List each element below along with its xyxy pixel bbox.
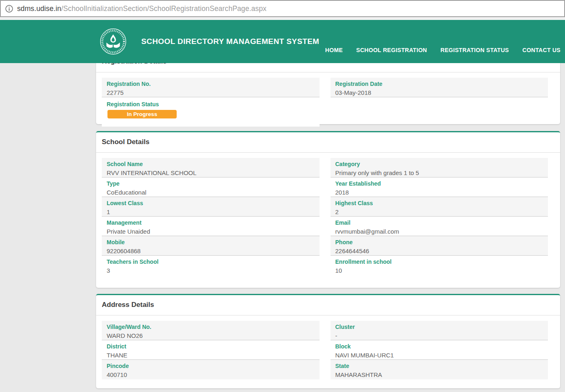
url-text: sdms.udise.in/SchoolInitializationSectio… bbox=[17, 4, 267, 13]
field-row: Type CoEducational Year Established 2018 bbox=[102, 177, 548, 197]
field-pincode: Pincode 400710 bbox=[102, 360, 320, 379]
field-email: Email rvvmumbai@gmail.com bbox=[331, 217, 548, 236]
field-cluster: Cluster - bbox=[331, 321, 548, 340]
field-row: Registration Status In Progress bbox=[102, 97, 548, 127]
field-value: Private Unaided bbox=[107, 228, 315, 235]
field-value: 2 bbox=[335, 208, 543, 215]
main-nav: HOME SCHOOL REGISTRATION REGISTRATION ST… bbox=[325, 47, 561, 53]
field-row: Pincode 400710 State MAHARASHTRA bbox=[102, 360, 548, 379]
field-registration-no: Registration No. 22775 bbox=[102, 78, 320, 97]
field-value: 2264644546 bbox=[335, 247, 543, 254]
field-label: Phone bbox=[335, 238, 543, 245]
registration-fields: Registration No. 22775 Registration Date… bbox=[96, 72, 560, 127]
app-header: SCHOOL DIRECTORY MANAGEMENT SYSTEM HOME … bbox=[0, 20, 565, 63]
field-label: Year Established bbox=[335, 180, 543, 187]
url-path: /SchoolInitializationSection/SchoolRegis… bbox=[61, 4, 266, 13]
field-enrollment-in-school: Enrollment in school 10 bbox=[331, 256, 548, 275]
field-row: School Name RVV INTERNATIONAL SCHOOL Cat… bbox=[102, 158, 548, 177]
field-value: - bbox=[335, 332, 543, 339]
field-school-name: School Name RVV INTERNATIONAL SCHOOL bbox=[102, 158, 320, 177]
niepa-seal-logo-icon bbox=[100, 28, 127, 57]
field-management: Management Private Unaided bbox=[102, 217, 320, 236]
field-label: Enrollment in school bbox=[335, 258, 543, 265]
field-type: Type CoEducational bbox=[102, 177, 320, 197]
address-fields: Village/Ward No. WARD NO26 Cluster - Dis… bbox=[96, 315, 560, 379]
field-value: 9220604868 bbox=[107, 247, 315, 254]
field-value: 3 bbox=[107, 267, 315, 274]
field-label: State bbox=[335, 362, 543, 369]
field-label: Type bbox=[107, 180, 315, 187]
field-value: 22775 bbox=[107, 89, 315, 96]
field-label: Email bbox=[335, 219, 543, 226]
field-value: 10 bbox=[335, 267, 543, 274]
nav-registration-status[interactable]: REGISTRATION STATUS bbox=[440, 47, 509, 53]
field-value: Primary only with grades 1 to 5 bbox=[335, 169, 543, 176]
field-district: District THANE bbox=[102, 340, 320, 360]
field-year-established: Year Established 2018 bbox=[331, 177, 548, 197]
field-registration-status: Registration Status In Progress bbox=[102, 97, 320, 127]
field-label: Management bbox=[107, 219, 315, 226]
field-value: 2018 bbox=[335, 189, 543, 196]
field-label: Registration Status bbox=[107, 100, 315, 107]
nav-contact-us[interactable]: CONTACT US bbox=[522, 47, 561, 53]
field-row: Teachers in School 3 Enrollment in schoo… bbox=[102, 256, 548, 275]
empty-cell bbox=[331, 97, 548, 117]
field-value: rvvmumbai@gmail.com bbox=[335, 228, 543, 235]
school-details-title: School Details bbox=[96, 132, 560, 153]
field-row: Management Private Unaided Email rvvmumb… bbox=[102, 217, 548, 236]
field-label: Village/Ward No. bbox=[107, 323, 315, 330]
nav-school-registration[interactable]: SCHOOL REGISTRATION bbox=[356, 47, 427, 53]
field-row: Mobile 9220604868 Phone 2264644546 bbox=[102, 236, 548, 256]
address-details-card: Address Details Village/Ward No. WARD NO… bbox=[96, 294, 560, 388]
field-state: State MAHARASHTRA bbox=[331, 360, 548, 379]
field-row: Lowest Class 1 Highest Class 2 bbox=[102, 197, 548, 217]
field-label: Category bbox=[335, 160, 543, 167]
field-registration-date: Registration Date 03-May-2018 bbox=[331, 78, 548, 97]
field-category: Category Primary only with grades 1 to 5 bbox=[331, 158, 548, 177]
field-value: 400710 bbox=[107, 371, 315, 378]
field-label: Highest Class bbox=[335, 199, 543, 206]
page-info-icon[interactable] bbox=[5, 5, 13, 13]
url-domain: sdms.udise.in bbox=[17, 4, 61, 13]
field-value: RVV INTERNATIONAL SCHOOL bbox=[107, 169, 315, 176]
field-value: NAVI MUMBAI-URC1 bbox=[335, 352, 543, 359]
field-row: District THANE Block NAVI MUMBAI-URC1 bbox=[102, 340, 548, 360]
field-highest-class: Highest Class 2 bbox=[331, 197, 548, 217]
field-label: Registration Date bbox=[335, 80, 543, 87]
field-lowest-class: Lowest Class 1 bbox=[102, 197, 320, 217]
field-value: 03-May-2018 bbox=[335, 89, 543, 96]
field-block: Block NAVI MUMBAI-URC1 bbox=[331, 340, 548, 360]
browser-address-bar[interactable]: sdms.udise.in/SchoolInitializationSectio… bbox=[0, 0, 565, 17]
field-mobile: Mobile 9220604868 bbox=[102, 236, 320, 256]
field-label: Lowest Class bbox=[107, 199, 315, 206]
nav-home[interactable]: HOME bbox=[325, 47, 343, 53]
field-value: MAHARASHTRA bbox=[335, 371, 543, 378]
field-label: Mobile bbox=[107, 238, 315, 245]
field-phone: Phone 2264644546 bbox=[331, 236, 548, 256]
field-label: Cluster bbox=[335, 323, 543, 330]
field-value: 1 bbox=[107, 208, 315, 215]
field-label: Block bbox=[335, 342, 543, 350]
app-title: SCHOOL DIRECTORY MANAGEMENT SYSTEM bbox=[141, 20, 319, 63]
field-label: District bbox=[107, 342, 315, 350]
field-value: WARD NO26 bbox=[107, 332, 315, 339]
page-top-strip bbox=[0, 17, 565, 20]
field-teachers-in-school: Teachers in School 3 bbox=[102, 256, 320, 275]
field-label: Teachers in School bbox=[107, 258, 315, 265]
school-fields: School Name RVV INTERNATIONAL SCHOOL Cat… bbox=[96, 153, 560, 275]
status-badge: In Progress bbox=[107, 110, 177, 118]
field-label: School Name bbox=[107, 160, 315, 167]
field-label: Pincode bbox=[107, 362, 315, 369]
field-label: Registration No. bbox=[107, 80, 315, 87]
field-value: CoEducational bbox=[107, 189, 315, 196]
address-details-title: Address Details bbox=[96, 295, 560, 315]
field-row: Village/Ward No. WARD NO26 Cluster - bbox=[102, 321, 548, 340]
field-village-ward-no: Village/Ward No. WARD NO26 bbox=[102, 321, 320, 340]
field-row: Registration No. 22775 Registration Date… bbox=[102, 78, 548, 97]
field-value: THANE bbox=[107, 352, 315, 359]
school-details-card: School Details School Name RVV INTERNATI… bbox=[96, 131, 560, 288]
